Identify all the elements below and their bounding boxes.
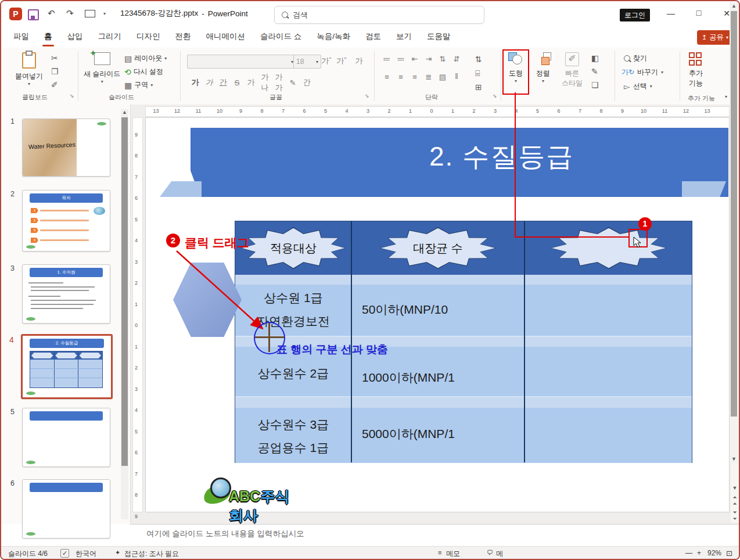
indent-icon[interactable]: ⇥ bbox=[422, 55, 436, 63]
slide-thumbnail-2[interactable]: 목차 1234 bbox=[22, 190, 110, 252]
thumb2-title: 목차 bbox=[30, 193, 103, 203]
justify-icon[interactable]: ≣ bbox=[422, 73, 436, 81]
spellcheck-icon[interactable]: ✓ bbox=[60, 549, 69, 558]
slide-thumbnail-5[interactable] bbox=[22, 408, 110, 467]
arrange-button[interactable]: 정렬 ▾ bbox=[533, 52, 553, 84]
qat-customize-icon[interactable]: ▾ bbox=[103, 11, 106, 16]
accessibility-status[interactable]: 접근성: 조사 필요 bbox=[124, 549, 179, 559]
bullets-icon[interactable]: ≔ bbox=[380, 55, 394, 63]
ruler-number: 10 bbox=[215, 108, 224, 114]
next-slide-icon[interactable]: ⏷⏷ bbox=[731, 509, 739, 522]
paragraph-dialog-launcher-icon[interactable]: ⇘ bbox=[493, 93, 497, 99]
tab-슬라이드 쇼[interactable]: 슬라이드 쇼 bbox=[253, 27, 309, 48]
tab-도움말[interactable]: 도움말 bbox=[419, 27, 458, 48]
italic-icon[interactable]: 가 bbox=[202, 77, 216, 88]
columns2-icon[interactable]: ⫴ bbox=[450, 72, 464, 81]
shape-fill-icon[interactable]: ◧ bbox=[591, 53, 599, 63]
ruler-number: 0 bbox=[135, 322, 138, 328]
tab-전환[interactable]: 전환 bbox=[168, 27, 199, 48]
font-dialog-launcher-icon[interactable]: ⇘ bbox=[365, 93, 369, 99]
slide-thumbnail-1[interactable]: Water Resources bbox=[22, 119, 110, 177]
notes-placeholder[interactable]: 여기에 슬라이드 노트의 내용을 입력하십시오 bbox=[146, 529, 304, 539]
addins-button[interactable]: 추가 기능 bbox=[689, 52, 703, 88]
text-direction-icon[interactable]: ⇅ bbox=[475, 55, 482, 64]
tab-삽입[interactable]: 삽입 bbox=[60, 27, 91, 48]
thumbnail-scrollbar[interactable]: ▲ bbox=[121, 109, 128, 519]
underline-icon[interactable]: 간 bbox=[216, 77, 230, 88]
convert-smartart-icon[interactable]: ⊞ bbox=[475, 82, 482, 92]
tab-녹음/녹화[interactable]: 녹음/녹화 bbox=[309, 27, 358, 48]
ruler-number: 4 bbox=[512, 108, 520, 114]
maximize-icon[interactable]: □ bbox=[690, 8, 707, 17]
fit-to-window-icon[interactable]: ⊡ bbox=[726, 549, 732, 558]
undo-icon[interactable]: ↶ bbox=[48, 8, 55, 19]
char-spacing-icon[interactable]: 가나 bbox=[258, 72, 272, 93]
reset-button[interactable]: ⟲ 다시 설정 bbox=[124, 67, 163, 77]
zoom-out-icon[interactable]: — bbox=[685, 549, 692, 557]
clipboard-dialog-launcher-icon[interactable]: ⇘ bbox=[70, 93, 74, 99]
tab-검토[interactable]: 검토 bbox=[358, 27, 389, 48]
outdent-icon[interactable]: ⇤ bbox=[408, 55, 422, 63]
quick-styles-button[interactable]: ✐ 빠른 스타일 bbox=[560, 52, 584, 88]
shape-outline-icon[interactable]: ✎ bbox=[591, 67, 598, 76]
powerpoint-logo-icon[interactable]: P bbox=[9, 8, 22, 20]
scroll-down-icon[interactable]: ▼ bbox=[731, 485, 739, 491]
search-input[interactable]: 검색 bbox=[274, 6, 484, 24]
paste-button[interactable]: 붙여넣기 ▾ bbox=[15, 52, 43, 87]
start-slideshow-icon[interactable] bbox=[85, 10, 95, 17]
highlight-icon[interactable]: ✎ bbox=[286, 78, 300, 87]
redo-icon[interactable]: ↷ bbox=[66, 8, 74, 19]
slide-counter[interactable]: 슬라이드 4/6 bbox=[8, 549, 48, 559]
tab-디자인[interactable]: 디자인 bbox=[129, 27, 168, 48]
grow-font-icon[interactable]: 가ˆ bbox=[319, 56, 333, 66]
bold-icon[interactable]: 가 bbox=[188, 77, 202, 88]
minimize-icon[interactable]: — bbox=[662, 9, 680, 18]
tab-애니메이션[interactable]: 애니메이션 bbox=[199, 27, 253, 48]
slide-title-text[interactable]: 2. 수질등급 bbox=[429, 139, 574, 175]
align-text-icon[interactable]: ⌸ bbox=[475, 69, 480, 78]
slide-thumbnail-3[interactable]: 1. 수자원 bbox=[22, 264, 110, 324]
ruler-number: 8 bbox=[135, 153, 138, 159]
select-button[interactable]: ▻ 선택 ▾ bbox=[624, 81, 652, 91]
line-spacing-icon[interactable]: ⇅ bbox=[436, 55, 450, 63]
font-name-combo[interactable]: ▾ bbox=[187, 55, 296, 69]
language-status[interactable]: 한국어 bbox=[76, 549, 96, 559]
copy-icon[interactable]: ❐ bbox=[51, 67, 59, 76]
login-button[interactable]: 로그인 bbox=[620, 9, 650, 21]
align-right-icon[interactable]: ≡ bbox=[408, 73, 422, 81]
align-left-icon[interactable]: ≡ bbox=[380, 73, 394, 81]
columns-icon[interactable]: ⇵ bbox=[450, 55, 464, 63]
section-button[interactable]: ▦ 구역 ▾ bbox=[124, 80, 153, 90]
tab-그리기[interactable]: 그리기 bbox=[91, 27, 130, 48]
ribbon-collapse-icon[interactable]: ▾ bbox=[725, 94, 727, 99]
shrink-font-icon[interactable]: 가ˇ bbox=[335, 56, 349, 66]
cut-icon[interactable]: ✂ bbox=[51, 53, 58, 63]
change-case-icon[interactable]: 가가 bbox=[272, 72, 286, 93]
tab-파일[interactable]: 파일 bbox=[6, 27, 37, 48]
slide-thumbnail-6[interactable] bbox=[22, 479, 110, 539]
distribute-icon[interactable]: ▤ bbox=[436, 73, 450, 81]
clear-formatting-icon[interactable]: 가 bbox=[352, 56, 366, 66]
slide-thumbnail-4-selected[interactable]: 2. 수질등급 bbox=[21, 334, 113, 399]
text-shadow-icon[interactable]: 가 bbox=[244, 77, 258, 88]
layout-button[interactable]: ▤ 레이아웃 ▾ bbox=[124, 53, 167, 63]
align-center-icon[interactable]: ≡ bbox=[394, 73, 408, 81]
save-icon[interactable] bbox=[28, 9, 39, 20]
tab-보기[interactable]: 보기 bbox=[389, 27, 419, 48]
font-color-icon[interactable]: 간 bbox=[300, 77, 314, 88]
notes-toggle[interactable]: 메모 bbox=[446, 549, 460, 559]
find-button[interactable]: 찾기 bbox=[624, 53, 647, 63]
shape-effects-icon[interactable]: ❏ bbox=[591, 80, 599, 89]
zoom-in-icon[interactable]: + bbox=[697, 549, 701, 557]
replace-button[interactable]: 가↻ 바꾸기 ▾ bbox=[622, 67, 663, 77]
zoom-level[interactable]: 92% bbox=[707, 549, 721, 557]
share-button[interactable]: ↥ 공유 ▾ bbox=[697, 30, 733, 45]
font-size-combo[interactable]: 18▾ bbox=[293, 55, 321, 69]
strikethrough-icon[interactable]: S bbox=[230, 78, 244, 87]
numbering-icon[interactable]: ≕ bbox=[394, 55, 408, 63]
format-painter-icon[interactable]: ✐ bbox=[51, 80, 58, 89]
tab-홈[interactable]: 홈 bbox=[37, 27, 60, 48]
previous-slide-icon[interactable]: ⏶⏶ bbox=[731, 494, 739, 507]
new-slide-button[interactable]: 새 슬라이드 ▾ bbox=[84, 52, 120, 84]
comments-toggle[interactable]: 메 bbox=[496, 549, 503, 559]
